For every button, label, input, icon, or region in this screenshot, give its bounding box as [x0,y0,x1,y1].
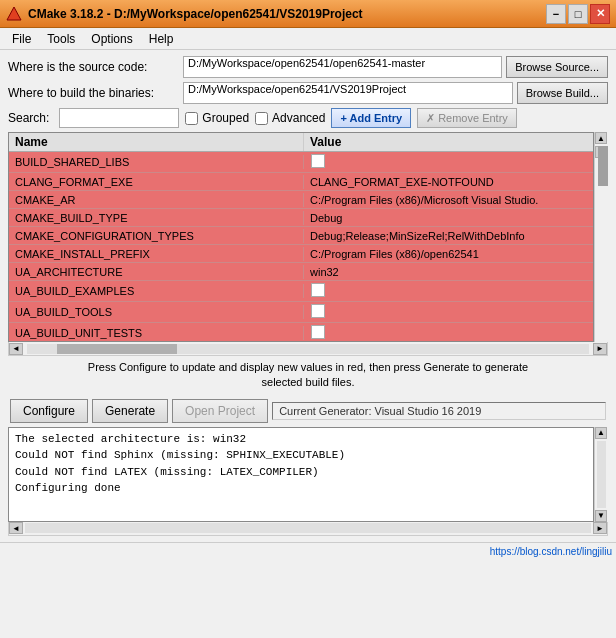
source-label: Where is the source code: [8,60,183,74]
minimize-button[interactable]: − [546,4,566,24]
close-button[interactable]: ✕ [590,4,610,24]
table-row[interactable]: UA_BUILD_EXAMPLES [9,281,593,302]
cell-value: C:/Program Files (x86)/open62541 [304,247,593,261]
cell-value: Debug;Release;MinSizeRel;RelWithDebInfo [304,229,593,243]
action-buttons: Configure Generate Open Project Current … [8,399,608,423]
info-line1: Press Configure to update and display ne… [88,361,528,373]
search-bar: Search: Grouped Advanced + Add Entry ✗ R… [8,108,608,128]
grouped-checkbox[interactable] [185,112,198,125]
cell-name: CLANG_FORMAT_EXE [9,175,304,189]
cell-name: CMAKE_BUILD_TYPE [9,211,304,225]
log-body: The selected architecture is: win32Could… [15,431,587,497]
grouped-label: Grouped [202,111,249,125]
cell-value[interactable] [304,281,593,301]
log-scroll-up[interactable]: ▲ [595,427,607,439]
scroll-up-arrow[interactable]: ▲ [595,132,607,144]
table-row[interactable]: CMAKE_INSTALL_PREFIXC:/Program Files (x8… [9,245,593,263]
table-row[interactable]: BUILD_SHARED_LIBS [9,152,593,173]
table-row[interactable]: CMAKE_ARC:/Program Files (x86)/Microsoft… [9,191,593,209]
table-row[interactable]: UA_BUILD_TOOLS [9,302,593,323]
log-vertical-scrollbar[interactable]: ▲ ▼ [594,427,608,522]
log-scroll-down[interactable]: ▼ [595,510,607,522]
cell-value: C:/Program Files (x86)/Microsoft Visual … [304,193,593,207]
table-header: Name Value [9,133,593,152]
source-path[interactable]: D:/MyWorkspace/open62541/open62541-maste… [183,56,502,78]
svg-marker-0 [7,7,21,20]
h-scroll-track [27,344,589,354]
cmake-icon [6,6,22,22]
menu-tools[interactable]: Tools [39,30,83,48]
header-name: Name [9,133,304,151]
cell-value[interactable] [304,152,593,172]
window-title: CMake 3.18.2 - D:/MyWorkspace/open62541/… [28,7,544,21]
log-area: The selected architecture is: win32Could… [8,427,594,522]
log-line: Could NOT find LATEX (missing: LATEX_COM… [15,464,587,481]
grouped-check-group: Grouped [185,111,249,125]
entry-checkbox[interactable] [311,325,325,339]
header-value: Value [304,133,593,151]
table-row[interactable]: UA_BUILD_UNIT_TESTS [9,323,593,342]
info-text: Press Configure to update and display ne… [8,356,608,395]
cell-name: CMAKE_CONFIGURATION_TYPES [9,229,304,243]
maximize-button[interactable]: □ [568,4,588,24]
log-line: Configuring done [15,480,587,497]
horizontal-scrollbar[interactable]: ◄ ► [8,342,608,356]
entries-table[interactable]: Name Value BUILD_SHARED_LIBSCLANG_FORMAT… [8,132,594,342]
generate-button[interactable]: Generate [92,399,168,423]
table-row[interactable]: CMAKE_BUILD_TYPEDebug [9,209,593,227]
table-wrapper: Name Value BUILD_SHARED_LIBSCLANG_FORMAT… [8,132,608,342]
log-scroll-right[interactable]: ► [593,522,607,534]
main-panel: Where is the source code: D:/MyWorkspace… [0,50,616,542]
table-row[interactable]: CLANG_FORMAT_EXECLANG_FORMAT_EXE-NOTFOUN… [9,173,593,191]
cell-value[interactable] [304,323,593,342]
advanced-checkbox[interactable] [255,112,268,125]
browse-source-button[interactable]: Browse Source... [506,56,608,78]
entry-checkbox[interactable] [311,283,325,297]
table-main: Name Value BUILD_SHARED_LIBSCLANG_FORMAT… [8,132,594,342]
status-link[interactable]: https://blog.csdn.net/lingjiliu [490,546,612,557]
source-row: Where is the source code: D:/MyWorkspace… [8,56,608,78]
remove-entry-button[interactable]: ✗ Remove Entry [417,108,517,128]
add-entry-button[interactable]: + Add Entry [331,108,411,128]
cell-name: UA_BUILD_UNIT_TESTS [9,326,304,340]
search-input[interactable] [59,108,179,128]
entry-checkbox[interactable] [311,154,325,168]
vertical-scrollbar[interactable]: ▲ ▼ [594,132,608,342]
menu-bar: File Tools Options Help [0,28,616,50]
cell-value: CLANG_FORMAT_EXE-NOTFOUND [304,175,593,189]
table-row[interactable]: UA_ARCHITECTUREwin32 [9,263,593,281]
cell-name: CMAKE_AR [9,193,304,207]
scroll-right-arrow[interactable]: ► [593,343,607,355]
menu-options[interactable]: Options [83,30,140,48]
advanced-check-group: Advanced [255,111,325,125]
log-scroll-left[interactable]: ◄ [9,522,23,534]
cell-name: UA_ARCHITECTURE [9,265,304,279]
menu-file[interactable]: File [4,30,39,48]
log-line: Could NOT find Sphinx (missing: SPHINX_E… [15,447,587,464]
entry-checkbox[interactable] [311,304,325,318]
log-line: The selected architecture is: win32 [15,431,587,448]
scroll-left-arrow[interactable]: ◄ [9,343,23,355]
build-label: Where to build the binaries: [8,86,183,100]
cell-value: win32 [304,265,593,279]
cell-value[interactable] [304,302,593,322]
build-path[interactable]: D:/MyWorkspace/open62541/VS2019Project [183,82,513,104]
cell-name: UA_BUILD_EXAMPLES [9,284,304,298]
log-horizontal-scrollbar[interactable]: ◄ ► [8,522,608,536]
menu-help[interactable]: Help [141,30,182,48]
open-project-button[interactable]: Open Project [172,399,268,423]
advanced-label: Advanced [272,111,325,125]
title-bar: CMake 3.18.2 - D:/MyWorkspace/open62541/… [0,0,616,28]
log-wrapper: The selected architecture is: win32Could… [8,427,608,522]
cell-name: CMAKE_INSTALL_PREFIX [9,247,304,261]
info-line2: selected build files. [262,376,355,388]
h-scroll-thumb[interactable] [57,344,177,354]
configure-button[interactable]: Configure [10,399,88,423]
cell-name: UA_BUILD_TOOLS [9,305,304,319]
table-row[interactable]: CMAKE_CONFIGURATION_TYPESDebug;Release;M… [9,227,593,245]
generator-label: Current Generator: Visual Studio 16 2019 [272,402,606,420]
table-body: BUILD_SHARED_LIBSCLANG_FORMAT_EXECLANG_F… [9,152,593,342]
browse-build-button[interactable]: Browse Build... [517,82,608,104]
status-bar: https://blog.csdn.net/lingjiliu [0,542,616,560]
cell-value: Debug [304,211,593,225]
